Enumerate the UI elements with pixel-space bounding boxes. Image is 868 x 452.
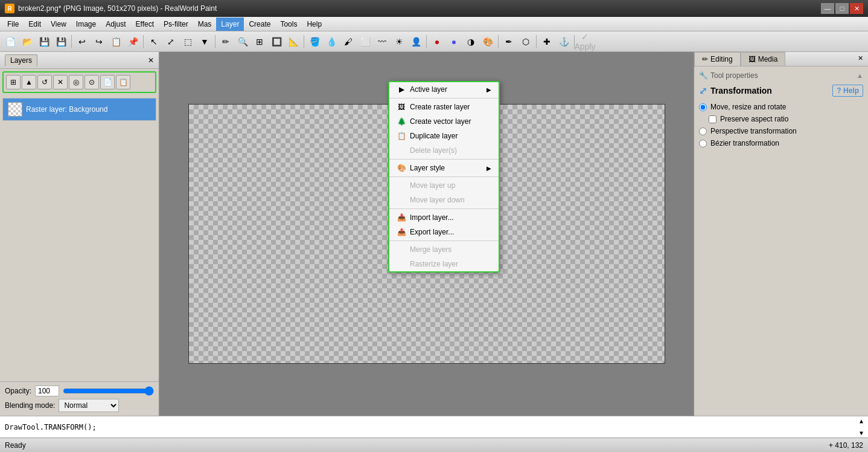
tb-transform[interactable]: ⤢ [163,34,179,50]
layer-tool-props[interactable]: ◎ [69,75,83,89]
layer-toolbar: ⊞ ▲ ↺ ✕ ◎ ⊙ 📄 📋 [2,71,156,93]
separator-7 [536,35,537,48]
tb-open[interactable]: 📂 [19,34,35,50]
editing-icon: ✏ [702,55,708,63]
layer-tool-options[interactable]: ⊙ [85,75,99,89]
menu-layer[interactable]: Layer [216,18,244,31]
tb-save[interactable]: 💾 [36,34,52,50]
right-panel: ✏ Editing 🖼 Media ✕ 🔧 Tool properties ▲ … [693,52,868,416]
menu-rasterize: Rasterize layer [389,257,499,271]
blend-select[interactable]: Normal Multiply Screen Overlay [59,399,119,412]
layer-item[interactable]: Raster layer: Background [2,98,156,121]
menu-duplicate-layer[interactable]: 📋 Duplicate layer [389,129,499,143]
preserve-aspect-checkbox[interactable] [709,115,716,123]
tb-select[interactable]: ⬚ [180,34,196,50]
opacity-input[interactable] [35,386,59,396]
tb-brush[interactable]: 🖌 [340,34,356,50]
maximize-button[interactable]: □ [835,3,849,14]
tb-paste[interactable]: 📌 [125,34,141,50]
layer-tool-new[interactable]: ▲ [22,75,36,89]
layers-tab-button[interactable]: Layers [5,54,37,66]
tb-undo[interactable]: ↩ [74,34,90,50]
menu-effect[interactable]: Effect [131,18,159,31]
help-button[interactable]: ? Help [832,85,863,97]
tb-snap[interactable]: 🔲 [269,34,284,50]
tb-apply[interactable]: ✓ Apply [577,34,593,50]
tb-pen[interactable]: ✒ [501,34,517,50]
menu-import-layer[interactable]: 📥 Import layer... [389,210,499,225]
menu-file[interactable]: File [2,18,24,31]
menu-active-layer[interactable]: ▶ Active layer ▶ [389,82,499,97]
menu-adjust[interactable]: Adjust [101,18,130,31]
media-icon: 🖼 [748,55,756,63]
tb-measure[interactable]: 📐 [286,34,301,50]
tb-node[interactable]: ⬡ [518,34,534,50]
tb-cursor[interactable]: ↖ [146,34,162,50]
menu-edit[interactable]: Edit [24,18,46,31]
menu-image[interactable]: Image [71,18,101,31]
sep4 [389,208,499,209]
tb-blue[interactable]: ● [446,34,462,50]
tab-editing[interactable]: ✏ Editing [694,52,741,66]
menu-layer-style[interactable]: 🎨 Layer style ▶ [389,161,499,175]
menu-export-layer[interactable]: 📤 Export layer... [389,225,499,239]
tool-props-header: 🔧 Tool properties ▲ [699,71,863,80]
script-scroll-down[interactable]: ▼ [860,430,863,436]
perspective-label: Perspective transformation [710,127,797,135]
export-label: Export layer... [410,228,454,236]
layer-bottom-controls: Opacity: Blending mode: Normal Multiply … [0,381,159,416]
separator-1 [71,35,72,48]
duplicate-label: Duplicate layer [410,132,458,140]
collapse-icon[interactable]: ▲ [857,72,863,79]
tb-dropdown[interactable]: ▼ [197,34,212,50]
tb-move[interactable]: ✚ [539,34,555,50]
menu-psfilter[interactable]: Ps-filter [159,18,193,31]
option-perspective: Perspective transformation [699,127,863,135]
tb-fill[interactable]: 🪣 [307,34,322,50]
tab-media[interactable]: 🖼 Media [741,52,786,66]
separator-5 [426,35,427,48]
layers-close-button[interactable]: ✕ [148,56,154,65]
tb-redo[interactable]: ↪ [91,34,107,50]
bezier-radio[interactable] [699,140,707,147]
tb-eyedrop[interactable]: 💧 [324,34,339,50]
right-panel-close[interactable]: ✕ [853,52,868,66]
layer-tool-delete[interactable]: ✕ [53,75,68,89]
menu-create-vector[interactable]: 🌲 Create vector layer [389,114,499,129]
menu-view[interactable]: View [46,18,71,31]
menu-tools[interactable]: Tools [275,18,302,31]
tb-eraser[interactable]: ⬜ [357,34,373,50]
tb-dodge[interactable]: ☀ [391,34,407,50]
layer-tool-refresh[interactable]: ↺ [37,75,52,89]
tb-tool1[interactable]: ✏ [218,34,234,50]
tb-mask[interactable]: ◑ [463,34,479,50]
layer-tool-copy1[interactable]: 📄 [100,75,115,89]
tb-new[interactable]: 📄 [2,34,18,50]
tb-grid[interactable]: ⊞ [252,34,267,50]
layer-tool-grid[interactable]: ⊞ [6,75,21,89]
tb-zoom[interactable]: 🔍 [235,34,251,50]
menu-create-raster[interactable]: 🖼 Create raster layer [389,100,499,114]
right-content: 🔧 Tool properties ▲ ⤢ Transformation ? H… [694,66,868,416]
tb-anchor[interactable]: ⚓ [556,34,572,50]
tb-color1[interactable]: 🎨 [480,34,496,50]
opacity-row: Opacity: [5,386,154,396]
tb-save-as[interactable]: 💾 [53,34,69,50]
layer-tool-copy2[interactable]: 📋 [116,75,130,89]
move-resize-radio[interactable] [699,103,707,111]
menu-mas[interactable]: Mas [193,18,217,31]
tb-person[interactable]: 👤 [408,34,424,50]
tb-red[interactable]: ● [429,34,445,50]
script-scroll-up[interactable]: ▲ [860,418,863,424]
menu-create[interactable]: Create [244,18,275,31]
close-button[interactable]: ✕ [850,3,863,14]
menu-help[interactable]: Help [302,18,327,31]
opacity-slider[interactable] [63,386,154,396]
editing-label: Editing [710,55,733,63]
minimize-button[interactable]: — [821,3,834,14]
tb-smudge[interactable]: 〰 [374,34,390,50]
move-down-label: Move layer down [410,196,465,204]
perspective-radio[interactable] [699,128,707,135]
delete-label: Delete layer(s) [410,146,457,155]
tb-copy[interactable]: 📋 [108,34,124,50]
